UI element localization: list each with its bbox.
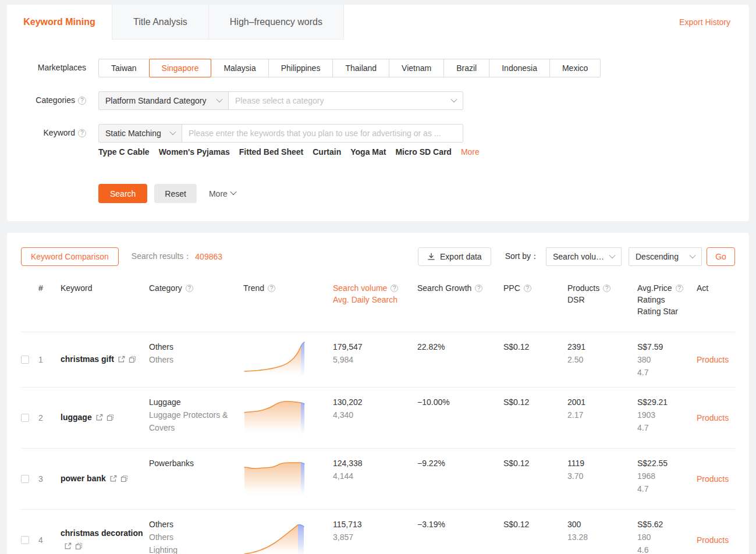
header-act: Act bbox=[697, 282, 735, 294]
products-link[interactable]: Products bbox=[697, 355, 729, 364]
copy-icon[interactable] bbox=[107, 412, 114, 425]
search-growth-value: −10.00% bbox=[417, 396, 503, 409]
products-help-icon[interactable]: ? bbox=[603, 285, 611, 292]
ppc-value: S$0.12 bbox=[503, 457, 567, 470]
category-cell: Powerbanks bbox=[149, 449, 243, 470]
keyword-text: power bank bbox=[61, 474, 106, 483]
category-level-1: Luggage bbox=[149, 396, 243, 409]
search-button[interactable]: Search bbox=[98, 184, 147, 203]
tab-high-frequency-words[interactable]: High–frequency words bbox=[209, 5, 344, 40]
tab-title-analysis[interactable]: Title Analysis bbox=[112, 5, 209, 40]
copy-icon[interactable] bbox=[120, 473, 128, 486]
export-history-link[interactable]: Export History bbox=[679, 5, 730, 40]
marketplace-malaysia[interactable]: Malaysia bbox=[211, 59, 268, 77]
trend-help-icon[interactable]: ? bbox=[268, 285, 275, 292]
keyword-input-placeholder: Please enter the keywords that you plan … bbox=[189, 129, 456, 138]
suggestion-curtain[interactable]: Curtain bbox=[313, 147, 341, 157]
more-options-toggle[interactable]: More bbox=[209, 189, 236, 198]
products-count: 1119 bbox=[567, 457, 637, 470]
tab-bar: Keyword Mining Title Analysis High–frequ… bbox=[7, 5, 749, 40]
header-growth-text: Search Growth bbox=[417, 282, 471, 294]
suggestion-womens-pyjamas[interactable]: Women's Pyjamas bbox=[159, 147, 230, 157]
category-help-icon[interactable]: ? bbox=[186, 285, 193, 292]
search-results-label: Search results： bbox=[132, 251, 191, 262]
suggestion-yoga-mat[interactable]: Yoga Mat bbox=[350, 147, 386, 157]
marketplace-indonesia[interactable]: Indonesia bbox=[489, 59, 550, 77]
chevron-down-icon bbox=[609, 251, 615, 258]
products-count: 2391 bbox=[567, 340, 637, 353]
category-type-select[interactable]: Platform Standard Category bbox=[98, 91, 229, 110]
chevron-down-icon bbox=[689, 251, 695, 258]
search-results-count: 409863 bbox=[195, 252, 222, 261]
search-volume-cell: 124,338 4,144 bbox=[333, 449, 417, 482]
reset-button[interactable]: Reset bbox=[154, 184, 197, 203]
category-type-value: Platform Standard Category bbox=[105, 96, 211, 105]
keyword-text: christmas gift bbox=[61, 354, 114, 364]
marketplace-brazil[interactable]: Brazil bbox=[443, 59, 489, 77]
header-search-volume[interactable]: Search volume? Avg. Daily Search bbox=[333, 282, 417, 306]
sort-field-select[interactable]: Search volume bbox=[546, 247, 622, 266]
keyword-help-icon[interactable]: ? bbox=[78, 129, 86, 137]
match-type-select[interactable]: Static Matching bbox=[98, 124, 182, 143]
category-level-1: Powerbanks bbox=[149, 457, 243, 470]
tab-keyword-mining[interactable]: Keyword Mining bbox=[7, 5, 112, 40]
category-level-2: Others bbox=[149, 353, 243, 366]
sort-order-select[interactable]: Descending bbox=[629, 247, 702, 266]
keyword-input[interactable]: Please enter the keywords that you plan … bbox=[182, 124, 463, 143]
chevron-down-icon bbox=[169, 128, 176, 134]
marketplace-taiwan[interactable]: Taiwan bbox=[98, 59, 150, 77]
products-link[interactable]: Products bbox=[697, 413, 729, 422]
categories-help-icon[interactable]: ? bbox=[78, 97, 86, 105]
results-toolbar: Keyword Comparison Search results： 40986… bbox=[21, 233, 735, 266]
avg-price-value: S$29.21 bbox=[637, 396, 697, 409]
avg-price-value: S$5.62 bbox=[637, 518, 697, 531]
marketplace-vietnam[interactable]: Vietnam bbox=[389, 59, 444, 77]
row-index: 4 bbox=[38, 534, 61, 546]
sort-order-value: Descending bbox=[636, 252, 684, 261]
export-data-button[interactable]: Export data bbox=[418, 247, 491, 266]
category-cell: Luggage Luggage Protectors & Covers bbox=[149, 388, 243, 434]
suggestion-micro-sd-card[interactable]: Micro SD Card bbox=[395, 147, 451, 157]
avg-price-cell: S$5.62 180 4.6 bbox=[637, 510, 697, 554]
external-link-icon[interactable] bbox=[95, 412, 103, 425]
ppc-cell: S$0.12 bbox=[503, 332, 567, 353]
ppc-help-icon[interactable]: ? bbox=[524, 285, 531, 292]
growth-help-icon[interactable]: ? bbox=[475, 285, 482, 292]
avg-price-help-icon[interactable]: ? bbox=[676, 285, 683, 292]
avg-price-value: S$22.55 bbox=[637, 457, 697, 470]
ratings-value: 380 bbox=[637, 353, 697, 366]
external-link-icon[interactable] bbox=[109, 473, 117, 486]
ppc-value: S$0.12 bbox=[503, 340, 567, 353]
header-trend: Trend? bbox=[243, 282, 333, 294]
row-checkbox[interactable] bbox=[21, 356, 29, 364]
marketplace-thailand[interactable]: Thailand bbox=[332, 59, 389, 77]
products-cell: 300 13.28 bbox=[567, 510, 637, 544]
products-link[interactable]: Products bbox=[697, 474, 729, 484]
keyword-text: luggage bbox=[61, 413, 92, 422]
go-button[interactable]: Go bbox=[707, 247, 735, 266]
suggestion-fitted-bed-sheet[interactable]: Fitted Bed Sheet bbox=[239, 147, 303, 157]
marketplace-singapore[interactable]: Singapore bbox=[149, 59, 212, 77]
form-buttons: Search Reset More bbox=[98, 184, 749, 203]
external-link-icon[interactable] bbox=[118, 354, 125, 367]
external-link-icon[interactable] bbox=[64, 541, 72, 553]
products-link[interactable]: Products bbox=[697, 535, 729, 545]
category-select[interactable]: Please select a category bbox=[228, 91, 463, 110]
suggestion-type-c-cable[interactable]: Type C Cable bbox=[98, 147, 150, 157]
act-cell: Products bbox=[697, 473, 735, 485]
marketplace-mexico[interactable]: Mexico bbox=[549, 59, 601, 77]
row-checkbox[interactable] bbox=[21, 536, 29, 544]
row-checkbox[interactable] bbox=[21, 414, 29, 422]
row-checkbox[interactable] bbox=[21, 475, 29, 483]
copy-icon[interactable] bbox=[75, 541, 83, 553]
rating-star-value: 4.7 bbox=[637, 421, 697, 434]
more-suggestions-link[interactable]: More bbox=[461, 147, 480, 157]
table-row: 4 christmas decoration Others Others Lig… bbox=[21, 509, 735, 554]
keyword-cell: christmas gift bbox=[61, 353, 149, 367]
act-cell: Products bbox=[697, 411, 735, 424]
marketplace-philippines[interactable]: Philippines bbox=[268, 59, 333, 77]
search-volume-help-icon[interactable]: ? bbox=[391, 285, 398, 292]
copy-icon[interactable] bbox=[129, 354, 136, 367]
keyword-comparison-button[interactable]: Keyword Comparison bbox=[21, 247, 119, 266]
suggestions-row: Type C Cable Women's Pyjamas Fitted Bed … bbox=[7, 147, 749, 157]
